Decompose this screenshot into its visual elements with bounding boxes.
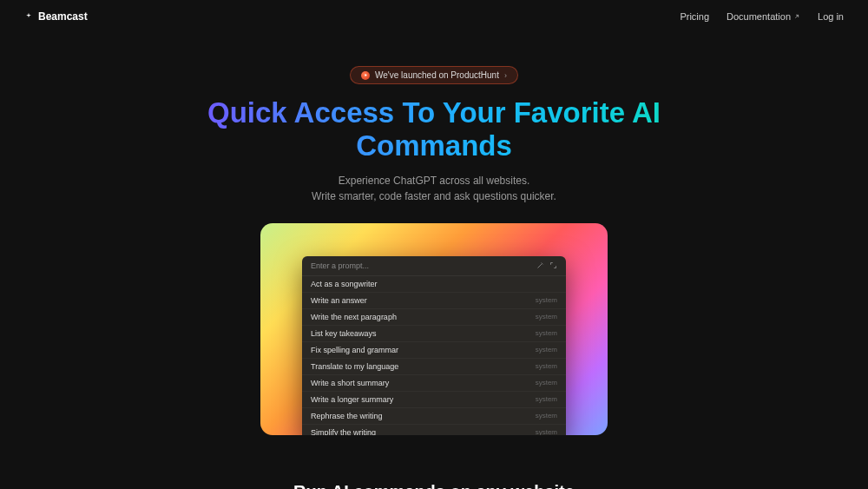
palette-header-icons	[536, 261, 557, 269]
palette-item[interactable]: Write the next paragraphsystem	[302, 309, 566, 326]
expand-icon[interactable]	[549, 261, 557, 269]
nav-links: Pricing Documentation Log in	[680, 11, 844, 22]
palette-item[interactable]: Write a short summarysystem	[302, 375, 566, 392]
top-nav: Beamcast Pricing Documentation Log in	[0, 0, 868, 33]
palette-item[interactable]: Write a longer summarysystem	[302, 392, 566, 408]
palette-item-tag: system	[536, 362, 557, 370]
palette-item-tag: system	[536, 313, 557, 320]
badge-text: We've launched on ProductHunt	[375, 70, 499, 80]
palette-item[interactable]: Translate to my languagesystem	[302, 359, 566, 375]
palette-item[interactable]: Rephrase the writingsystem	[302, 408, 566, 425]
palette-item-label: Act as a songwriter	[311, 280, 378, 288]
nav-documentation[interactable]: Documentation	[727, 11, 800, 22]
palette-list: Act as a songwriterWrite an answersystem…	[302, 276, 566, 435]
sparkle-icon	[24, 12, 33, 21]
palette-item-label: Write a short summary	[311, 379, 389, 387]
brand-logo[interactable]: Beamcast	[24, 10, 88, 23]
palette-item-label: Write the next paragraph	[311, 313, 397, 321]
hero-headline: Quick Access To Your Favorite AI Command…	[207, 96, 661, 162]
palette-item[interactable]: List key takeawayssystem	[302, 326, 566, 342]
sub-line1: Experience ChatGPT across all websites.	[339, 175, 530, 187]
wand-icon[interactable]	[536, 261, 544, 269]
producthunt-icon	[361, 71, 370, 80]
external-link-icon	[793, 13, 800, 20]
demo-card: Enter a prompt... Act as a songwriterWri…	[260, 223, 608, 435]
palette-item-tag: system	[536, 412, 557, 420]
palette-item-tag: system	[536, 428, 557, 435]
nav-docs-label: Documentation	[727, 11, 791, 22]
palette-item-label: Simplify the writing	[311, 428, 376, 435]
palette-item[interactable]: Fix spelling and grammarsystem	[302, 342, 566, 359]
hero-section: We've launched on ProductHunt › Quick Ac…	[0, 33, 868, 489]
palette-item-tag: system	[536, 346, 557, 354]
palette-item[interactable]: Simplify the writingsystem	[302, 425, 566, 435]
hero-subtitle: Experience ChatGPT across all websites. …	[312, 173, 556, 204]
producthunt-badge[interactable]: We've launched on ProductHunt ›	[350, 66, 518, 84]
palette-item-label: Rephrase the writing	[311, 412, 383, 420]
chevron-right-icon: ›	[504, 71, 507, 80]
palette-item[interactable]: Act as a songwriter	[302, 276, 566, 293]
palette-item-label: List key takeaways	[311, 329, 377, 338]
palette-item-label: Write a longer summary	[311, 395, 393, 404]
headline-line1: Quick Access To Your Favorite AI	[207, 96, 661, 129]
headline-line2: Commands	[356, 129, 512, 162]
section2-title: Run AI commands on any website	[293, 482, 575, 489]
palette-item-label: Translate to my language	[311, 362, 398, 371]
nav-pricing[interactable]: Pricing	[680, 11, 709, 22]
nav-login[interactable]: Log in	[818, 11, 844, 22]
section-run-commands: Run AI commands on any website Select te…	[293, 482, 575, 489]
palette-header: Enter a prompt...	[302, 256, 566, 276]
sub-line2: Write smarter, code faster and ask quest…	[312, 190, 556, 202]
command-palette: Enter a prompt... Act as a songwriterWri…	[302, 256, 566, 435]
palette-item[interactable]: Write an answersystem	[302, 293, 566, 309]
palette-item-tag: system	[536, 395, 557, 403]
brand-name: Beamcast	[38, 10, 88, 23]
palette-item-tag: system	[536, 329, 557, 337]
palette-item-tag: system	[536, 296, 557, 304]
prompt-input[interactable]: Enter a prompt...	[311, 261, 369, 270]
palette-item-label: Fix spelling and grammar	[311, 346, 398, 354]
palette-item-tag: system	[536, 379, 557, 387]
palette-item-label: Write an answer	[311, 296, 367, 305]
